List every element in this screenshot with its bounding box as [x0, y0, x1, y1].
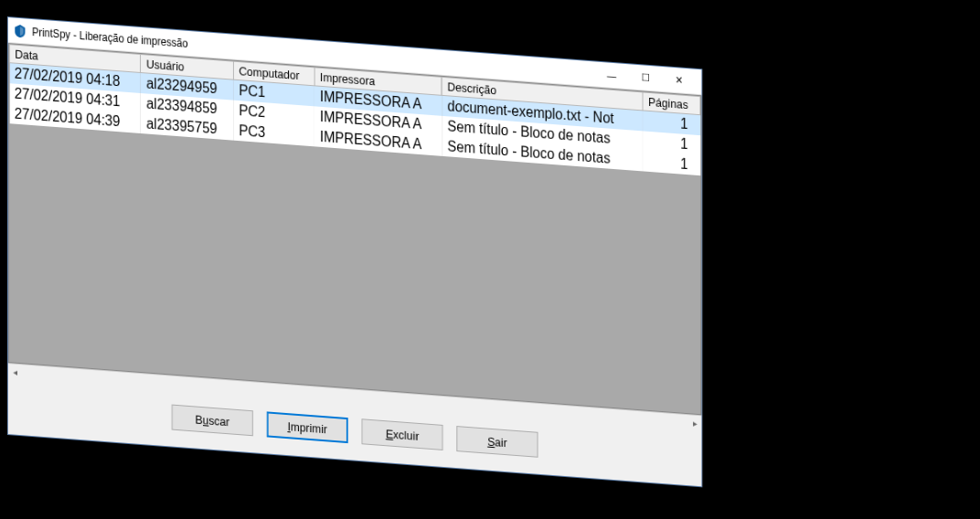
app-window: PrintSpy - Liberação de impressão — ☐ ✕ …	[7, 16, 702, 487]
window-controls: — ☐ ✕	[595, 64, 697, 91]
app-icon	[13, 23, 27, 38]
client-area: Data Usuário Computador Impressora Descr…	[8, 43, 701, 486]
cell-paginas: 1	[643, 151, 700, 175]
cell-paginas: 1	[643, 131, 700, 155]
col-paginas[interactable]: Páginas	[643, 92, 700, 115]
close-button[interactable]: ✕	[663, 69, 697, 92]
scroll-left-icon[interactable]: ◂	[8, 364, 22, 379]
buscar-button[interactable]: Buscar	[172, 405, 253, 437]
imprimir-button[interactable]: Imprimir	[267, 411, 348, 443]
print-jobs-grid[interactable]: Data Usuário Computador Impressora Descr…	[8, 43, 701, 415]
button-bar: Buscar Imprimir Excluir Sair	[8, 377, 701, 486]
scroll-right-icon[interactable]: ▸	[688, 415, 702, 430]
cell-paginas: 1	[643, 111, 700, 135]
excluir-button[interactable]: Excluir	[362, 418, 443, 450]
sair-button[interactable]: Sair	[456, 426, 538, 458]
